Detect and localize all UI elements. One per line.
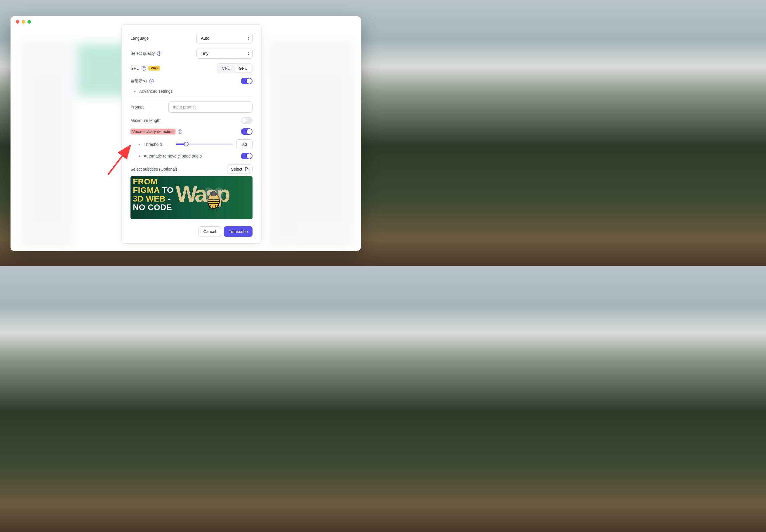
max-length-toggle[interactable] bbox=[241, 117, 253, 124]
quality-label: Select quality ? bbox=[130, 51, 161, 56]
file-icon bbox=[245, 167, 249, 171]
caret-down-icon: ▼ bbox=[133, 90, 136, 93]
slider-thumb[interactable] bbox=[184, 142, 188, 146]
advanced-settings-header[interactable]: ▼ Advanced settings bbox=[130, 89, 253, 96]
help-icon[interactable]: ? bbox=[178, 129, 182, 134]
bullet-icon bbox=[139, 144, 140, 145]
transcribe-settings-modal: Language Auto ▴▾ Select quality ? Tiny ▴… bbox=[121, 25, 262, 244]
gpu-option[interactable]: GPU bbox=[235, 64, 252, 72]
language-label: Language bbox=[130, 36, 148, 41]
prompt-label: Prompt bbox=[130, 105, 143, 109]
gpu-label: GPU ? PRO bbox=[130, 66, 160, 71]
vad-label: Voice activity detection ? bbox=[130, 129, 182, 134]
auto-sentence-toggle[interactable] bbox=[241, 78, 253, 84]
quality-select[interactable]: Tiny ▴▾ bbox=[197, 48, 253, 59]
transcribe-button[interactable]: Transcribe bbox=[224, 226, 253, 237]
vad-highlight: Voice activity detection bbox=[130, 129, 175, 134]
gpu-segmented-control: CPU GPU bbox=[217, 63, 253, 73]
help-icon[interactable]: ? bbox=[157, 51, 161, 56]
pro-badge: PRO bbox=[148, 66, 160, 71]
updown-icon: ▴▾ bbox=[248, 36, 249, 40]
cancel-button[interactable]: Cancel bbox=[199, 226, 221, 237]
threshold-label: Threshold bbox=[139, 142, 162, 147]
wasp-illustration bbox=[201, 185, 227, 214]
video-preview-thumbnail: FROM FIGMA TO 3D WEB - NO CODE Wasp bbox=[130, 176, 253, 219]
prompt-input[interactable] bbox=[168, 101, 253, 113]
bullet-icon bbox=[139, 155, 140, 157]
remove-clipped-label: Automatic remove clipped audio bbox=[139, 154, 202, 158]
select-subtitles-button[interactable]: Select bbox=[227, 165, 253, 174]
auto-sentence-label: 自动断句 ? bbox=[130, 78, 153, 84]
threshold-value[interactable]: 0.3 bbox=[236, 139, 253, 149]
language-select[interactable]: Auto ▴▾ bbox=[197, 33, 253, 43]
minimize-window-button[interactable] bbox=[22, 20, 25, 24]
max-length-label: Maximum length bbox=[130, 118, 160, 123]
help-icon[interactable]: ? bbox=[141, 66, 146, 71]
app-window: Language Auto ▴▾ Select quality ? Tiny ▴… bbox=[11, 16, 361, 251]
vad-toggle[interactable] bbox=[241, 128, 253, 135]
threshold-slider[interactable] bbox=[176, 143, 233, 145]
subtitles-label: Select subtitles (Optional) bbox=[130, 167, 177, 171]
fullscreen-window-button[interactable] bbox=[27, 20, 31, 24]
cpu-option[interactable]: CPU bbox=[218, 64, 235, 72]
close-window-button[interactable] bbox=[16, 20, 19, 24]
quality-value: Tiny bbox=[201, 51, 209, 56]
language-value: Auto bbox=[201, 36, 209, 41]
remove-clipped-toggle[interactable] bbox=[241, 153, 253, 159]
help-icon[interactable]: ? bbox=[149, 79, 153, 83]
updown-icon: ▴▾ bbox=[248, 52, 249, 55]
